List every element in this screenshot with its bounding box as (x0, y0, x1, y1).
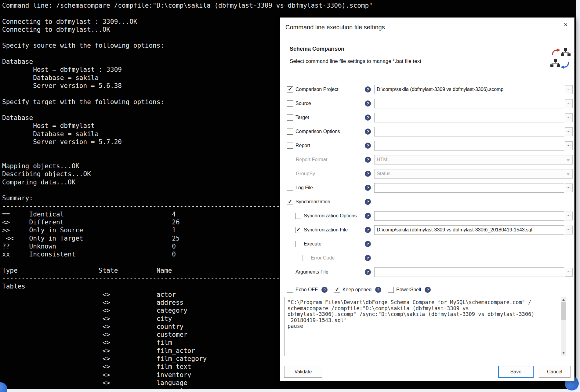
target-input[interactable] (374, 113, 564, 122)
target-browse-button[interactable]: ... (565, 113, 573, 122)
synchronization-checkbox[interactable] (287, 199, 293, 205)
synchronization-file-label: Synchronization File (304, 227, 348, 233)
row-target: Target ? ... (284, 111, 573, 125)
report-format-select: HTML (374, 155, 573, 165)
arguments-file-browse-button[interactable]: ... (565, 268, 573, 277)
help-icon[interactable]: ? (365, 143, 371, 149)
comparison-project-checkbox[interactable] (287, 86, 293, 93)
comparison-options-checkbox[interactable] (287, 129, 293, 135)
comparison-options-label: Comparison Options (295, 129, 340, 134)
help-icon[interactable]: ? (365, 185, 371, 191)
bat-preview-textarea[interactable]: "C:\Program Files\Devart\dbForge Schema … (284, 297, 566, 356)
powershell-label: PowerShell (396, 287, 421, 292)
help-icon[interactable]: ? (365, 171, 371, 177)
schema-compare-icon (550, 48, 571, 69)
row-synchronization-options: Synchronization Options ? ... (284, 209, 573, 223)
comparison-project-browse-button[interactable]: ... (565, 85, 573, 94)
report-format-value: HTML (377, 157, 390, 162)
help-icon[interactable]: ? (365, 157, 371, 163)
row-source: Source ? ... (284, 96, 573, 111)
synchronization-options-label: Synchronization Options (304, 213, 357, 219)
log-file-browse-button[interactable]: ... (565, 183, 573, 192)
source-browse-button[interactable]: ... (565, 99, 573, 108)
comparison-options-input[interactable] (374, 127, 564, 136)
help-icon[interactable]: ? (365, 241, 371, 247)
help-icon[interactable]: ? (375, 287, 381, 293)
dialog-titlebar: Command line execution file settings ✕ (280, 18, 574, 34)
row-synchronization: Synchronization ? (284, 195, 573, 209)
echo-off-label: Echo OFF (295, 287, 318, 292)
error-code-checkbox (302, 255, 308, 261)
arguments-file-input[interactable] (374, 267, 564, 277)
log-file-label: Log File (295, 185, 313, 191)
scroll-down-icon[interactable] (562, 352, 565, 354)
scroll-up-icon[interactable] (562, 299, 565, 301)
comparison-project-label: Comparison Project (295, 87, 339, 92)
source-label: Source (295, 101, 311, 106)
groupby-value: Status (377, 171, 390, 176)
log-file-checkbox[interactable] (287, 185, 293, 191)
cancel-button[interactable]: Cancel (539, 366, 571, 378)
groupby-label: GroupBy (296, 171, 315, 176)
scrollbar-thumb[interactable] (561, 302, 566, 320)
row-comparison-options: Comparison Options ? ... (284, 125, 573, 139)
row-comparison-project: Comparison Project ? D:\comp\sakila (dbf… (284, 82, 573, 96)
target-label: Target (295, 115, 309, 120)
report-browse-button[interactable]: ... (565, 141, 573, 150)
source-checkbox[interactable] (287, 100, 293, 107)
comparison-options-browse-button[interactable]: ... (565, 127, 573, 136)
arguments-file-checkbox[interactable] (287, 269, 293, 275)
help-icon[interactable]: ? (365, 213, 371, 219)
synchronization-options-input[interactable] (374, 211, 564, 221)
source-input[interactable] (374, 99, 564, 108)
synchronization-file-browse-button[interactable]: ... (565, 226, 573, 234)
help-icon[interactable]: ? (365, 227, 371, 233)
options-row: Echo OFF ? Keep opened ? PowerShell ? (284, 285, 573, 294)
echo-off-checkbox[interactable] (287, 287, 293, 293)
scrollbar[interactable] (561, 297, 566, 356)
help-icon[interactable]: ? (321, 287, 328, 293)
synchronization-file-input[interactable]: D:\comp\sakila (dbfmylast-3309 vs dbfmyl… (374, 225, 564, 235)
report-label: Report (295, 143, 310, 148)
dialog-title: Command line execution file settings (285, 24, 385, 31)
powershell-checkbox[interactable] (388, 287, 394, 293)
help-icon[interactable]: ? (365, 114, 371, 121)
log-file-input[interactable] (374, 183, 564, 193)
row-report-format: Report Format ? HTML (284, 153, 573, 167)
keep-opened-option: Keep opened ? (334, 287, 381, 293)
dialog-footer: Validate Save Cancel (284, 366, 573, 378)
keep-opened-checkbox[interactable] (334, 287, 340, 293)
close-icon[interactable]: ✕ (560, 20, 571, 29)
help-icon[interactable]: ? (365, 199, 371, 205)
chevron-down-icon (567, 173, 570, 175)
synchronization-file-checkbox[interactable] (295, 227, 301, 233)
synchronization-options-browse-button[interactable]: ... (565, 212, 573, 220)
help-icon[interactable]: ? (365, 129, 371, 135)
help-icon[interactable]: ? (425, 287, 431, 293)
help-icon[interactable]: ? (365, 269, 371, 275)
comparison-project-input[interactable]: D:\comp\sakila (dbfmylast-3309 vs dbfmyl… (374, 85, 564, 94)
synchronization-file-value: D:\comp\sakila (dbfmylast-3309 vs dbfmyl… (377, 227, 532, 233)
dialog-body: Comparison Project ? D:\comp\sakila (dbf… (280, 82, 574, 378)
help-icon[interactable]: ? (365, 100, 371, 107)
validate-button[interactable]: Validate (284, 366, 322, 378)
comparison-project-value: D:\comp\sakila (dbfmylast-3309 vs dbfmyl… (377, 87, 503, 92)
echo-off-option: Echo OFF ? (287, 287, 328, 293)
synchronization-options-checkbox[interactable] (295, 213, 301, 219)
execute-label: Execute (304, 241, 321, 247)
help-icon[interactable]: ? (365, 86, 371, 93)
report-format-label: Report Format (296, 157, 327, 162)
row-log-file: Log File ? ... (284, 181, 573, 195)
row-execute: Execute ? (284, 237, 573, 251)
report-input[interactable] (374, 141, 564, 151)
report-checkbox[interactable] (287, 143, 293, 149)
help-icon[interactable]: ? (365, 255, 371, 261)
save-button[interactable]: Save (498, 366, 534, 378)
groupby-select: Status (374, 169, 573, 179)
keep-opened-label: Keep opened (343, 287, 372, 292)
dialog-subtitle: Select command line file settings to man… (290, 58, 574, 64)
arguments-file-label: Arguments File (295, 269, 328, 275)
schema-comparison-heading: Schema Comparison (290, 46, 574, 52)
target-checkbox[interactable] (287, 114, 293, 121)
execute-checkbox[interactable] (295, 241, 301, 247)
